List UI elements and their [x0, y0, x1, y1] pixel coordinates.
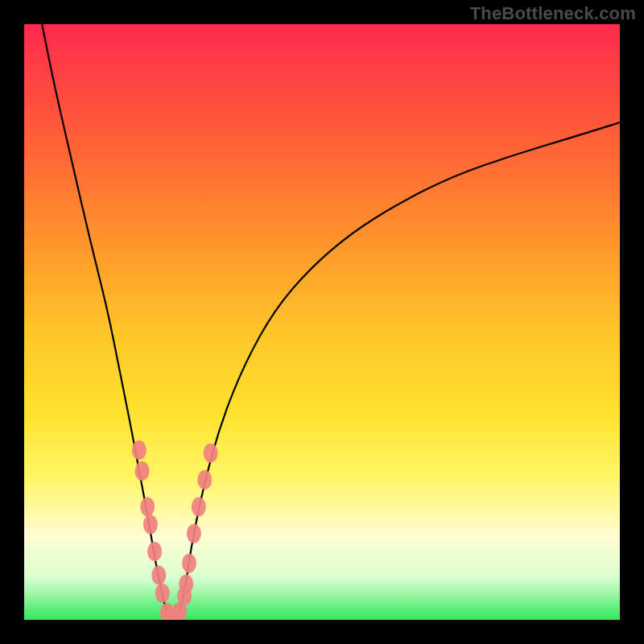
highlight-dot	[135, 461, 150, 481]
watermark-text: TheBottleneck.com	[470, 3, 636, 24]
highlight-dot	[147, 542, 162, 561]
chart-frame: TheBottleneck.com	[0, 0, 644, 644]
highlight-dot	[140, 497, 155, 516]
highlight-dot	[187, 524, 201, 543]
highlight-dot	[143, 515, 158, 535]
highlight-dot	[204, 444, 218, 463]
plot-area	[24, 24, 620, 620]
highlight-dot	[182, 554, 196, 573]
highlight-dot	[132, 440, 147, 460]
bottleneck-curve	[42, 24, 620, 617]
highlight-dot	[151, 566, 166, 585]
highlight-dot	[192, 497, 206, 516]
highlight-dot	[179, 575, 193, 594]
highlight-dot	[197, 470, 212, 489]
highlight-dots	[132, 440, 218, 620]
bottleneck-chart	[24, 24, 620, 620]
highlight-dot	[155, 584, 170, 603]
